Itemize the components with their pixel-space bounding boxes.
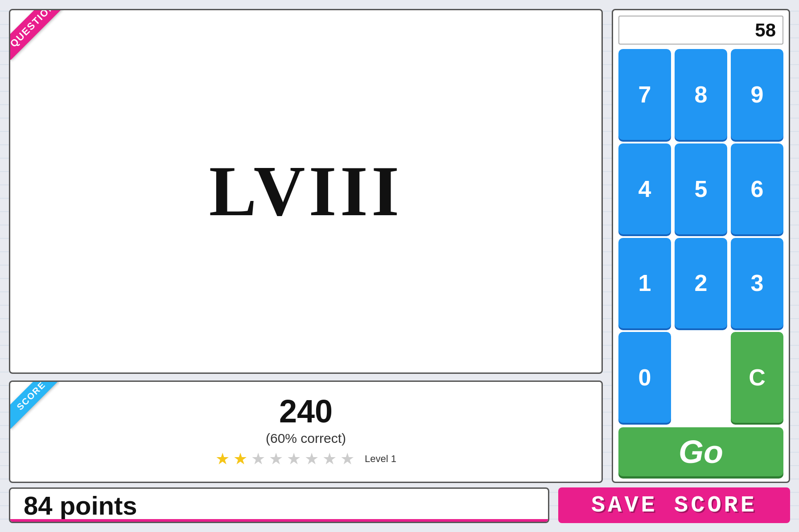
go-button[interactable]: Go bbox=[618, 427, 783, 476]
question-text: LVIII bbox=[209, 150, 403, 233]
star-7: ★ bbox=[322, 450, 337, 468]
star-6: ★ bbox=[305, 450, 319, 468]
calc-btn-0[interactable]: 0 bbox=[618, 332, 671, 423]
calc-btn-2[interactable]: 2 bbox=[675, 238, 727, 329]
calc-btn-1[interactable]: 1 bbox=[618, 238, 671, 329]
points-display: 84 points bbox=[9, 487, 549, 523]
right-panel: 58 7 8 9 4 5 6 1 2 3 bbox=[612, 9, 790, 483]
calc-buttons: 7 8 9 4 5 6 1 2 3 0 C bbox=[618, 49, 783, 423]
calc-row-4: 0 C bbox=[618, 332, 783, 423]
calc-row-3: 1 2 3 bbox=[618, 238, 783, 329]
calc-btn-9[interactable]: 9 bbox=[731, 49, 783, 140]
level-label: Level 1 bbox=[365, 453, 396, 465]
calc-btn-8[interactable]: 8 bbox=[675, 49, 727, 140]
star-3: ★ bbox=[251, 450, 265, 468]
calculator: 58 7 8 9 4 5 6 1 2 3 bbox=[612, 9, 790, 483]
score-percent: (60% correct) bbox=[266, 431, 346, 446]
score-number: 240 bbox=[279, 395, 333, 427]
calc-btn-clear[interactable]: C bbox=[731, 332, 783, 423]
calc-btn-3[interactable]: 3 bbox=[731, 238, 783, 329]
star-5: ★ bbox=[287, 450, 301, 468]
calc-display: 58 bbox=[618, 16, 783, 45]
calc-display-value: 58 bbox=[755, 20, 776, 41]
stars-row: ★ ★ ★ ★ ★ ★ ★ ★ Level 1 bbox=[215, 450, 396, 468]
calc-row-1: 7 8 9 bbox=[618, 49, 783, 140]
question-badge-label: QUESTION bbox=[9, 9, 64, 60]
score-badge-label: SCORE bbox=[9, 381, 59, 429]
star-2: ★ bbox=[233, 450, 247, 468]
score-card: SCORE 240 (60% correct) ★ ★ ★ ★ ★ ★ ★ ★ … bbox=[9, 381, 603, 483]
calc-btn-6[interactable]: 6 bbox=[731, 143, 783, 234]
calc-btn-5[interactable]: 5 bbox=[675, 143, 727, 234]
left-panel: QUESTION LVIII SCORE 240 (60% correct) ★… bbox=[9, 9, 603, 483]
question-card: QUESTION LVIII bbox=[9, 9, 603, 374]
points-text: 84 points bbox=[24, 491, 137, 520]
star-4: ★ bbox=[269, 450, 283, 468]
bottom-bar: 84 points SAVE SCORE bbox=[0, 487, 799, 532]
question-badge: QUESTION bbox=[9, 9, 64, 64]
save-score-button[interactable]: SAVE SCORE bbox=[558, 487, 790, 523]
star-1: ★ bbox=[215, 450, 230, 468]
score-badge: SCORE bbox=[9, 381, 59, 431]
calc-btn-4[interactable]: 4 bbox=[618, 143, 671, 234]
calc-btn-7[interactable]: 7 bbox=[618, 49, 671, 140]
star-8: ★ bbox=[340, 450, 354, 468]
calc-row-2: 4 5 6 bbox=[618, 143, 783, 234]
save-score-label: SAVE SCORE bbox=[591, 492, 757, 519]
